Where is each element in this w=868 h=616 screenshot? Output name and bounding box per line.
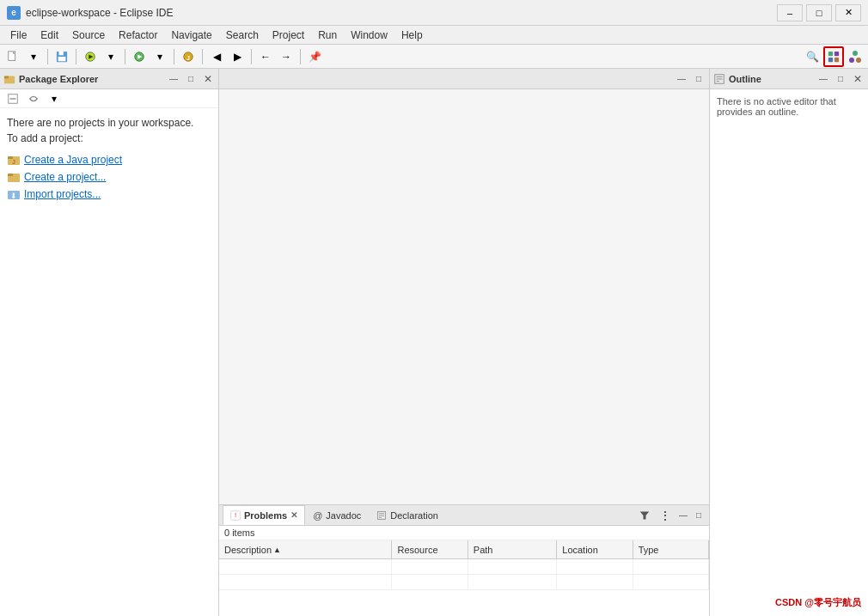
toolbar-sep-7	[300, 49, 301, 64]
editor-minimize-btn[interactable]: —	[675, 72, 688, 86]
app-icon: e	[7, 6, 21, 20]
package-explorer-content: There are no projects in your workspace.…	[0, 108, 218, 616]
package-explorer-close-btn[interactable]: ✕	[201, 72, 215, 86]
package-explorer-header: Package Explorer — □ ✕	[0, 69, 218, 89]
debug-button[interactable]	[81, 47, 100, 66]
menu-window[interactable]: Window	[344, 26, 394, 44]
sort-icon[interactable]: ▲	[273, 546, 281, 554]
view-menu-btn[interactable]: ▾	[45, 89, 64, 108]
open-type-button[interactable]: J	[179, 47, 198, 66]
editor-area-header: — □	[219, 69, 709, 89]
editor-maximize-btn[interactable]: □	[692, 72, 706, 86]
tab-declaration-label: Declaration	[390, 510, 438, 521]
toolbar-right: 🔍	[803, 46, 865, 67]
menu-edit[interactable]: Edit	[34, 26, 65, 44]
search-button[interactable]: 🔍	[803, 47, 822, 66]
package-explorer-minimize-btn[interactable]: —	[167, 72, 180, 86]
bottom-panel: ! Problems ✕ @ Javadoc	[219, 504, 709, 616]
bottom-maximize-btn[interactable]: □	[692, 509, 706, 522]
back-button[interactable]: ←	[256, 47, 275, 66]
tab-problems-close[interactable]: ✕	[290, 510, 297, 520]
bottom-tabs: ! Problems ✕ @ Javadoc	[219, 505, 709, 526]
outline-maximize-btn[interactable]: □	[834, 72, 847, 86]
bottom-tab-actions: ⋮ — □	[635, 506, 706, 525]
toolbar-sep-2	[76, 49, 76, 64]
menu-refactor[interactable]: Refactor	[112, 26, 164, 44]
forward-button[interactable]: →	[277, 47, 296, 66]
toolbar-sep-6	[251, 49, 252, 64]
link-editor-btn[interactable]	[24, 89, 43, 108]
menu-search[interactable]: Search	[219, 26, 266, 44]
package-explorer-toolbar: ▾	[0, 89, 218, 108]
col-header-location: Location	[557, 540, 633, 558]
create-project-text[interactable]: Create a project...	[24, 171, 106, 183]
svg-text:J: J	[186, 54, 190, 60]
main-toolbar: ▾ ▾ ▾ J ◀ ▶ ← → 📌 🔍	[0, 45, 868, 69]
window-controls: – □ ✕	[777, 4, 861, 21]
tab-problems-label: Problems	[244, 510, 287, 521]
outline-title: Outline	[729, 74, 813, 84]
svg-point-16	[849, 58, 854, 63]
filter-problems-btn[interactable]	[635, 506, 654, 525]
run-last-dropdown[interactable]: ▾	[150, 47, 169, 66]
col-header-resource: Resource	[392, 540, 468, 558]
run-dropdown-button[interactable]: ▾	[101, 47, 120, 66]
maximize-button[interactable]: □	[806, 4, 832, 21]
tab-problems[interactable]: ! Problems ✕	[223, 505, 305, 525]
toolbar-sep-3	[125, 49, 125, 64]
outline-close-btn[interactable]: ✕	[851, 72, 865, 86]
problems-count: 0 items	[219, 526, 709, 540]
table-header: Description ▲ Resource Path Location	[219, 540, 709, 559]
svg-rect-12	[834, 51, 839, 55]
svg-rect-11	[828, 51, 833, 55]
svg-rect-13	[828, 57, 833, 61]
open-perspective-button[interactable]	[846, 47, 865, 66]
toolbar-sep-4	[174, 49, 174, 64]
menu-project[interactable]: Project	[266, 26, 311, 44]
minimize-button[interactable]: –	[777, 4, 803, 21]
create-java-project-link[interactable]: J Create a Java project	[7, 153, 211, 167]
next-annotation-button[interactable]: ▶	[228, 47, 247, 66]
import-projects-link[interactable]: ⬇ Import projects...	[7, 187, 211, 201]
package-explorer-panel: Package Explorer — □ ✕ ▾ There are no pr…	[0, 69, 219, 616]
table-row	[219, 575, 709, 590]
menu-source[interactable]: Source	[65, 26, 112, 44]
import-projects-text[interactable]: Import projects...	[24, 188, 101, 200]
toolbar-sep-5	[202, 49, 203, 64]
svg-rect-3	[59, 51, 64, 54]
no-projects-message: There are no projects in your workspace.…	[7, 115, 211, 146]
create-project-link[interactable]: Create a project...	[7, 170, 211, 184]
table-row	[219, 559, 709, 575]
menu-run[interactable]: Run	[311, 26, 344, 44]
problems-table: Description ▲ Resource Path Location	[219, 540, 709, 616]
create-java-project-text[interactable]: Create a Java project	[24, 154, 122, 166]
collapse-all-btn[interactable]	[3, 89, 22, 108]
close-button[interactable]: ✕	[835, 4, 861, 21]
center-panel: — □ ! Problems ✕ @ Javadoc	[219, 69, 709, 616]
perspectives-button[interactable]	[823, 46, 844, 67]
outline-minimize-btn[interactable]: —	[816, 72, 830, 86]
svg-marker-35	[640, 511, 650, 519]
problems-menu-btn[interactable]: ⋮	[656, 506, 675, 525]
new-button[interactable]	[3, 47, 22, 66]
menu-navigate[interactable]: Navigate	[164, 26, 218, 44]
prev-annotation-button[interactable]: ◀	[207, 47, 226, 66]
svg-rect-14	[834, 57, 839, 61]
menu-bar: File Edit Source Refactor Navigate Searc…	[0, 26, 868, 45]
menu-file[interactable]: File	[3, 26, 34, 44]
svg-point-15	[853, 51, 858, 56]
tab-javadoc-label: Javadoc	[326, 510, 361, 521]
svg-text:J: J	[12, 159, 15, 165]
pin-editor-button[interactable]: 📌	[305, 47, 324, 66]
new-dropdown-button[interactable]: ▾	[24, 47, 43, 66]
run-last-button[interactable]	[130, 47, 149, 66]
col-header-type: Type	[633, 540, 709, 558]
tab-declaration[interactable]: Declaration	[369, 505, 446, 525]
menu-help[interactable]: Help	[394, 26, 430, 44]
package-explorer-maximize-btn[interactable]: □	[184, 72, 198, 86]
svg-text:!: !	[235, 512, 236, 518]
bottom-content: 0 items Description ▲ Resource Path	[219, 526, 709, 616]
tab-javadoc[interactable]: @ Javadoc	[305, 505, 369, 525]
bottom-minimize-btn[interactable]: —	[676, 509, 690, 522]
save-button[interactable]	[52, 47, 71, 66]
